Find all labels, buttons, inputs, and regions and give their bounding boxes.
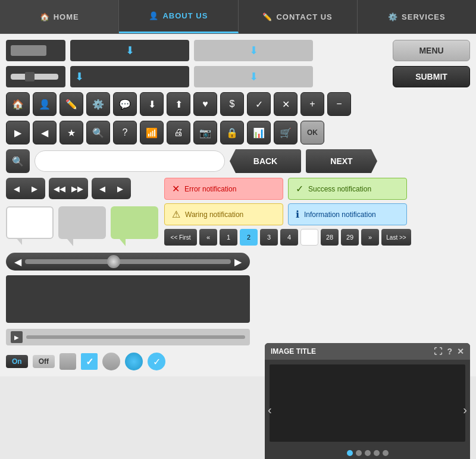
step-next-btn[interactable]: ▶ [112, 180, 129, 197]
search-trigger-btn[interactable]: 🔍 [6, 149, 30, 173]
last-page-btn[interactable]: Last >> [381, 229, 411, 246]
lightbox-dots [265, 447, 470, 459]
row-media-notif: ◀ ▶ ◀◀ ▶▶ ◀ ▶ [6, 178, 470, 246]
lightbox-image [270, 364, 465, 442]
success-notification: ✓ Success notification [288, 178, 407, 200]
check-icon-btn[interactable]: ✓ [247, 92, 271, 116]
next-button[interactable]: NEXT [306, 149, 377, 173]
lock-icon-btn[interactable]: 🔒 [220, 121, 244, 144]
help-icon[interactable]: ? [447, 347, 452, 356]
page-3-btn[interactable]: 3 [260, 229, 278, 246]
chevron-up-icon-btn[interactable]: ⬆ [167, 92, 190, 116]
nav-contact[interactable]: ✏️ CONTACT US [239, 0, 358, 33]
expand-icon[interactable]: ⛶ [434, 347, 442, 356]
range-slider[interactable]: ◀ ▶ [6, 253, 250, 271]
search-row: 🔍 BACK NEXT [6, 149, 470, 173]
chevron-icon-4: ⬇ [249, 70, 258, 83]
submit-button[interactable]: SUBMIT [393, 66, 470, 87]
page-28-btn[interactable]: 28 [321, 229, 339, 246]
bottom-section: ◀ ▶ ▶ On Off [6, 253, 470, 370]
chat-icon-btn[interactable]: 💬 [113, 92, 137, 116]
rss-icon-btn[interactable]: 📶 [140, 121, 164, 144]
media-group-3[interactable]: ◀ ▶ [92, 178, 131, 199]
chevron-down-icon-btn[interactable]: ⬇ [140, 92, 164, 116]
dot-3[interactable] [365, 450, 371, 456]
radio-empty[interactable] [102, 353, 120, 370]
nav-contact-label: CONTACT US [276, 12, 332, 21]
dollar-icon-btn[interactable]: $ [220, 92, 244, 116]
lightbox-close-icon[interactable]: ✕ [457, 347, 464, 356]
dot-4[interactable] [374, 450, 380, 456]
slider-right-arrow[interactable]: ▶ [231, 256, 245, 268]
video-progress-bar[interactable] [26, 335, 245, 339]
plus-icon-btn[interactable]: + [300, 92, 324, 116]
slider-thumb[interactable] [107, 255, 120, 268]
page-29-btn[interactable]: 29 [341, 229, 359, 246]
lightbox-next-btn[interactable]: › [463, 403, 467, 417]
question-icon-btn[interactable]: ? [113, 121, 137, 144]
nav-bar: 🏠 HOME 👤 ABOUT US ✏️ CONTACT US ⚙️ SERVI… [0, 0, 476, 34]
nav-about-label: ABOUT US [162, 11, 208, 20]
toggle-off-btn[interactable]: Off [33, 355, 55, 368]
user-icon-btn[interactable]: 👤 [33, 92, 57, 116]
input-dark-1[interactable]: ⬇ [70, 66, 189, 87]
page-input[interactable] [300, 229, 318, 246]
dropdown-2[interactable]: ⬇ [194, 40, 313, 61]
step-prev-btn[interactable]: ◀ [94, 180, 111, 197]
prev-pages-btn[interactable]: « [199, 229, 217, 246]
video-play-btn[interactable]: ▶ [11, 331, 23, 343]
minus-icon-btn[interactable]: − [327, 92, 351, 116]
info-notification: ℹ Information notification [288, 203, 407, 225]
warning-icon: ⚠ [172, 209, 180, 220]
nav-services[interactable]: ⚙️ SERVICES [358, 0, 476, 33]
search-icon-btn[interactable]: 🔍 [86, 121, 110, 144]
arrow-left-icon-btn[interactable]: ◀ [33, 121, 57, 144]
arrow-right-icon-btn[interactable]: ▶ [6, 121, 30, 144]
chart-icon-btn[interactable]: 📊 [247, 121, 271, 144]
page-4-btn[interactable]: 4 [280, 229, 298, 246]
checkbox-empty[interactable] [60, 353, 76, 370]
checkbox-checked[interactable]: ✓ [81, 353, 98, 370]
home-icon-btn[interactable]: 🏠 [6, 92, 30, 116]
check-circle[interactable]: ✓ [148, 353, 165, 370]
next-btn-m[interactable]: ▶ [26, 180, 43, 197]
cart-icon-btn[interactable]: 🛒 [274, 121, 298, 144]
search-input[interactable] [35, 150, 225, 172]
skip-prev-btn[interactable]: ◀◀ [51, 180, 68, 197]
dot-1[interactable] [347, 450, 353, 456]
prev-btn[interactable]: ◀ [8, 180, 25, 197]
lightbox-prev-btn[interactable]: ‹ [268, 403, 272, 417]
slider-left-arrow[interactable]: ◀ [11, 256, 25, 268]
media-group-2[interactable]: ◀◀ ▶▶ [49, 178, 88, 199]
back-button[interactable]: BACK [230, 149, 301, 173]
nav-home-label: HOME [54, 12, 79, 21]
nav-home[interactable]: 🏠 HOME [0, 0, 119, 33]
dot-2[interactable] [356, 450, 362, 456]
edit-icon-btn[interactable]: ✏️ [60, 92, 83, 116]
page-2-btn[interactable]: 2 [240, 229, 258, 246]
close-icon-btn[interactable]: ✕ [274, 92, 298, 116]
camera-icon-btn[interactable]: 📷 [193, 121, 217, 144]
media-group-1[interactable]: ◀ ▶ [6, 178, 45, 199]
page-1-btn[interactable]: 1 [220, 229, 237, 246]
lightbox-title-text: IMAGE TITLE [271, 347, 316, 356]
dropdown-light[interactable]: ⬇ [194, 66, 313, 87]
dropdown-1[interactable]: ⬇ [70, 40, 189, 61]
star-icon-btn[interactable]: ★ [60, 121, 83, 144]
print-icon-btn[interactable]: 🖨 [167, 121, 190, 144]
icon-row-2: ▶ ◀ ★ 🔍 ? 📶 🖨 📷 🔒 📊 🛒 OK [6, 121, 470, 144]
ok-icon-btn[interactable]: OK [300, 121, 324, 144]
slider-track [25, 259, 231, 264]
menu-button[interactable]: MENU [393, 40, 470, 61]
first-page-btn[interactable]: << First [164, 229, 197, 246]
lightbox-title-bar: IMAGE TITLE ⛶ ? ✕ [265, 343, 470, 360]
settings-icon-btn[interactable]: ⚙️ [86, 92, 110, 116]
about-icon: 👤 [149, 11, 159, 20]
skip-next-btn[interactable]: ▶▶ [69, 180, 86, 197]
heart-icon-btn[interactable]: ♥ [193, 92, 217, 116]
next-pages-btn[interactable]: » [361, 229, 379, 246]
nav-about[interactable]: 👤 ABOUT US [119, 0, 238, 33]
toggle-on-btn[interactable]: On [6, 355, 28, 368]
radio-filled[interactable] [125, 353, 143, 370]
dot-5[interactable] [383, 450, 389, 456]
